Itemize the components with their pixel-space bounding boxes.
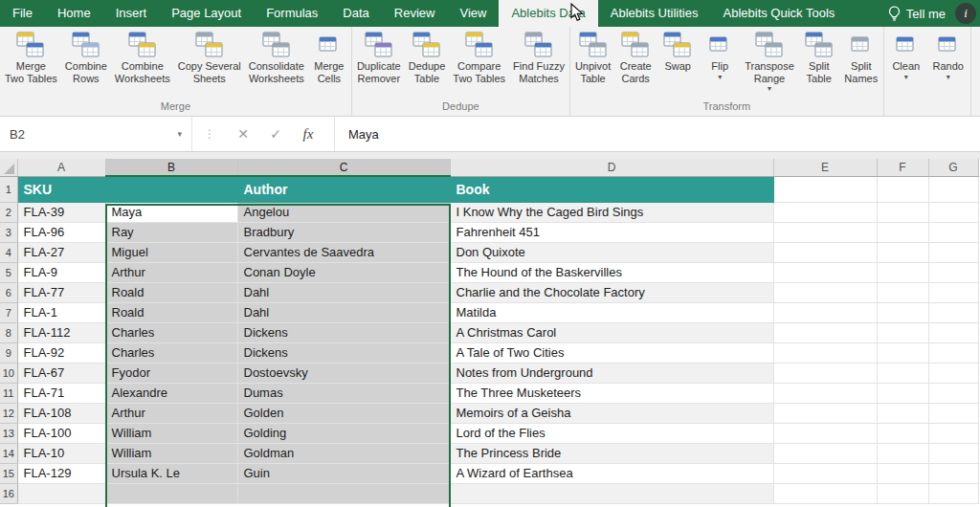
cell-E15[interactable]	[773, 463, 877, 483]
cell-G16[interactable]	[928, 483, 978, 503]
ribbon-button-combine-rows[interactable]: CombineRows	[61, 29, 111, 86]
ribbon-button-split-names[interactable]: SplitNames	[840, 29, 882, 86]
cell-C11[interactable]: Dumas	[237, 383, 450, 403]
cell-C4[interactable]: Cervantes de Saavedra	[237, 242, 450, 262]
ribbon-button-transpose-range[interactable]: TransposeRange▾	[741, 29, 798, 95]
cell-E4[interactable]	[773, 242, 877, 262]
ribbon-button-compare-two-tables[interactable]: CompareTwo Tables	[449, 29, 509, 86]
cell-G2[interactable]	[928, 202, 978, 222]
cell-A2[interactable]: FLA-39	[17, 202, 105, 222]
cell-A14[interactable]: FLA-10	[17, 443, 105, 463]
ribbon-button-copy-several-sheets[interactable]: Copy SeveralSheets	[174, 29, 245, 86]
cell-F12[interactable]	[877, 403, 928, 423]
cell-A3[interactable]: FLA-96	[17, 222, 105, 242]
cell-D7[interactable]: Matilda	[450, 302, 773, 322]
cell-E5[interactable]	[773, 262, 877, 282]
cell-D14[interactable]: The Princess Bride	[450, 443, 773, 463]
cell-E1[interactable]	[773, 176, 877, 202]
ribbon-button-duplicate-remover[interactable]: DuplicateRemover	[353, 29, 405, 86]
cell-C7[interactable]: Dahl	[237, 302, 450, 322]
tab-review[interactable]: Review	[382, 0, 448, 27]
cell-F7[interactable]	[877, 302, 928, 322]
column-header-E[interactable]: E	[773, 159, 877, 176]
cell-C12[interactable]: Golden	[237, 403, 450, 423]
cell-B12[interactable]: Arthur	[105, 403, 237, 423]
tab-page-layout[interactable]: Page Layout	[159, 0, 254, 27]
row-header-5[interactable]: 5	[0, 262, 17, 282]
tab-data[interactable]: Data	[330, 0, 381, 27]
row-header-10[interactable]: 10	[0, 363, 17, 383]
cell-G15[interactable]	[928, 463, 978, 483]
column-header-G[interactable]: G	[928, 159, 978, 176]
cell-A7[interactable]: FLA-1	[17, 302, 105, 322]
cell-G1[interactable]	[928, 176, 978, 202]
cell-D10[interactable]: Notes from Underground	[450, 363, 773, 383]
cell-G7[interactable]	[928, 302, 978, 322]
cell-B15[interactable]: Ursula K. Le	[105, 463, 237, 483]
row-header-16[interactable]: 16	[0, 483, 17, 503]
cell-C1[interactable]: Author	[237, 176, 450, 202]
cell-A5[interactable]: FLA-9	[17, 262, 105, 282]
row-header-1[interactable]: 1	[0, 176, 17, 202]
ribbon-button-dedupe-table[interactable]: DedupeTable	[405, 29, 450, 86]
cell-C3[interactable]: Bradbury	[237, 222, 450, 242]
cell-E7[interactable]	[773, 302, 877, 322]
cell-D12[interactable]: Memoirs of a Geisha	[450, 403, 773, 423]
cell-F15[interactable]	[877, 463, 928, 483]
row-header-2[interactable]: 2	[0, 202, 17, 222]
row-header-7[interactable]: 7	[0, 302, 17, 322]
cell-C10[interactable]: Dostoevsky	[237, 363, 450, 383]
cell-G12[interactable]	[928, 403, 978, 423]
tab-home[interactable]: Home	[45, 0, 103, 27]
ribbon-button-consolidate-worksheets[interactable]: ConsolidateWorksheets	[245, 29, 308, 86]
tab-formulas[interactable]: Formulas	[254, 0, 330, 27]
cell-D4[interactable]: Don Quixote	[450, 242, 773, 262]
cell-G4[interactable]	[928, 242, 978, 262]
cell-G5[interactable]	[928, 262, 978, 282]
cell-A9[interactable]: FLA-92	[17, 342, 105, 363]
ribbon-button-merge-cells[interactable]: MergeCells	[308, 29, 350, 86]
cell-A6[interactable]: FLA-77	[17, 282, 105, 302]
cell-F14[interactable]	[877, 443, 928, 463]
ribbon-button-split-table[interactable]: SplitTable	[798, 29, 840, 86]
cell-A15[interactable]: FLA-129	[17, 463, 105, 483]
cell-E10[interactable]	[773, 363, 877, 383]
ribbon-button-create-cards[interactable]: CreateCards	[614, 29, 657, 86]
cell-C5[interactable]: Conan Doyle	[237, 262, 450, 282]
cell-B6[interactable]: Roald	[105, 282, 237, 302]
cell-F4[interactable]	[877, 242, 928, 262]
cell-D15[interactable]: A Wizard of Earthsea	[450, 463, 773, 483]
cell-A1[interactable]: SKU	[17, 176, 105, 202]
cell-G11[interactable]	[928, 383, 978, 403]
cell-F11[interactable]	[877, 383, 928, 403]
ribbon-button-flip[interactable]: Flip▾	[699, 29, 741, 83]
cell-D8[interactable]: A Christmas Carol	[450, 322, 773, 342]
cell-F6[interactable]	[877, 282, 928, 302]
select-all-corner[interactable]	[0, 159, 17, 176]
cell-F8[interactable]	[877, 322, 928, 342]
cell-C14[interactable]: Goldman	[237, 443, 450, 463]
tab-ablebits-data[interactable]: Ablebits Data	[499, 0, 597, 27]
cell-G14[interactable]	[928, 443, 978, 463]
cell-B3[interactable]: Ray	[105, 222, 237, 242]
enter-button[interactable]: ✓	[259, 126, 292, 142]
cell-A13[interactable]: FLA-100	[17, 423, 105, 443]
cell-B1[interactable]	[105, 176, 237, 202]
cell-D9[interactable]: A Tale of Two Cities	[450, 342, 773, 363]
formula-bar-drag-handle-icon[interactable]: ⋮	[192, 127, 227, 141]
formula-input[interactable]: Maya	[334, 117, 980, 151]
tab-file[interactable]: File	[0, 0, 45, 27]
cell-B13[interactable]: William	[105, 423, 237, 443]
cell-F1[interactable]	[877, 176, 928, 202]
cell-C16[interactable]	[237, 483, 450, 503]
info-icon[interactable]: i	[955, 3, 976, 24]
cell-C2[interactable]: Angelou	[237, 202, 450, 222]
ribbon-button-swap[interactable]: Swap	[657, 29, 699, 75]
cell-C9[interactable]: Dickens	[237, 342, 450, 363]
cell-F5[interactable]	[877, 262, 928, 282]
cell-D11[interactable]: The Three Musketeers	[450, 383, 773, 403]
tab-ablebits-quick-tools[interactable]: Ablebits Quick Tools	[711, 0, 848, 27]
tab-view[interactable]: View	[447, 0, 499, 27]
cell-F13[interactable]	[877, 423, 928, 443]
cell-A11[interactable]: FLA-71	[17, 383, 105, 403]
